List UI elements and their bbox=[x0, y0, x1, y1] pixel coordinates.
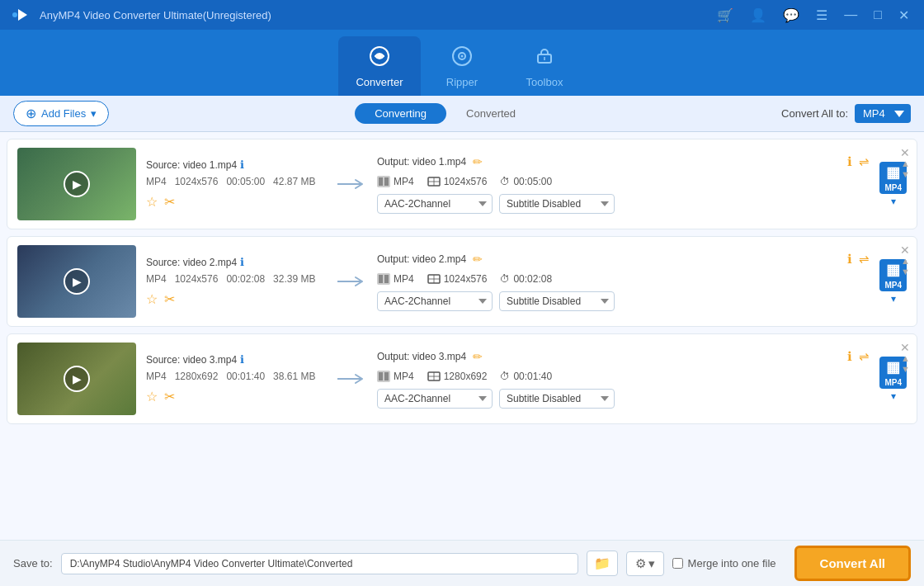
output-selects: AAC-2Channel AAC-Stereo MP3 Subtitle Dis… bbox=[377, 194, 870, 214]
add-files-arrow: ▾ bbox=[91, 107, 97, 120]
star-icon[interactable]: ☆ bbox=[146, 291, 158, 307]
item-close-button[interactable]: ✕ bbox=[900, 243, 910, 257]
edit-icon[interactable]: ✏ bbox=[473, 155, 483, 168]
move-up-button[interactable]: ▲ bbox=[901, 257, 910, 266]
merge-checkbox-label: Merge into one file bbox=[672, 557, 776, 569]
clock-icon: ⏱ bbox=[500, 176, 510, 187]
format-select[interactable]: MP4 MKV AVI MOV MP3 bbox=[855, 104, 911, 123]
move-up-button[interactable]: ▲ bbox=[901, 354, 910, 363]
svg-rect-11 bbox=[384, 177, 389, 186]
merge-checkbox[interactable] bbox=[672, 558, 683, 569]
add-files-label: Add Files bbox=[41, 107, 86, 120]
svg-rect-19 bbox=[384, 372, 389, 380]
close-button[interactable]: ✕ bbox=[893, 6, 914, 25]
item-close-button[interactable]: ✕ bbox=[900, 341, 910, 354]
file-meta: MP4 1280x692 00:01:40 38.61 MB bbox=[146, 371, 328, 382]
subtitle-select[interactable]: Subtitle Disabled Subtitle Enabled bbox=[499, 194, 615, 214]
cut-icon[interactable]: ✂ bbox=[164, 389, 175, 404]
output-duration: ⏱ 00:02:08 bbox=[500, 273, 552, 285]
file-thumbnail[interactable]: ▶ bbox=[17, 343, 136, 415]
output-info-icons: ℹ ⇌ bbox=[847, 349, 870, 364]
item-arrows: ▲ ▼ bbox=[901, 159, 910, 179]
file-list: ▶ Source: video 1.mp4 ℹ MP4 1024x576 00:… bbox=[0, 132, 924, 540]
tab-converting[interactable]: Converting bbox=[355, 103, 446, 124]
convert-all-button[interactable]: Convert All bbox=[794, 546, 911, 581]
tab-converted[interactable]: Converted bbox=[446, 103, 535, 124]
cart-icon[interactable]: 🛒 bbox=[712, 6, 738, 25]
info-icon[interactable]: ℹ bbox=[240, 353, 244, 366]
output-format: MP4 bbox=[377, 273, 414, 285]
file-actions: ☆ ✂ bbox=[146, 291, 328, 307]
output-specs: MP4 1024x576 ⏱ 00:05:00 bbox=[377, 176, 870, 187]
audio-select[interactable]: AAC-2Channel AAC-Stereo MP3 bbox=[377, 194, 493, 214]
play-button[interactable]: ▶ bbox=[64, 171, 90, 197]
subtitle-select[interactable]: Subtitle Disabled Subtitle Enabled bbox=[499, 389, 615, 409]
folder-button[interactable]: 📁 bbox=[587, 551, 618, 576]
main-content: ▶ Source: video 1.mp4 ℹ MP4 1024x576 00:… bbox=[0, 132, 924, 540]
arrow-separator bbox=[337, 275, 367, 288]
output-selects: AAC-2Channel AAC-Stereo MP3 Subtitle Dis… bbox=[377, 291, 870, 311]
star-icon[interactable]: ☆ bbox=[146, 194, 158, 210]
output-name: Output: video 3.mp4 bbox=[377, 351, 466, 362]
file-meta: MP4 1024x576 00:02:08 32.39 MB bbox=[146, 273, 328, 285]
tab-toolbox[interactable]: Toolbox bbox=[503, 36, 586, 96]
tab-ripper[interactable]: Ripper bbox=[421, 36, 503, 96]
output-format: MP4 bbox=[377, 371, 414, 382]
save-path-input[interactable] bbox=[61, 553, 578, 574]
subtitle-select[interactable]: Subtitle Disabled Subtitle Enabled bbox=[499, 291, 615, 311]
tab-converter[interactable]: Converter bbox=[338, 36, 421, 96]
settings-button[interactable]: ⚙ ▾ bbox=[626, 551, 664, 576]
output-info-icon[interactable]: ℹ bbox=[847, 349, 852, 364]
info-icon[interactable]: ℹ bbox=[240, 158, 244, 171]
edit-icon[interactable]: ✏ bbox=[473, 253, 483, 266]
badge-dropdown[interactable]: ▾ bbox=[891, 196, 896, 207]
item-close-button[interactable]: ✕ bbox=[900, 146, 910, 159]
item-arrows: ▲ ▼ bbox=[901, 257, 910, 276]
output-name: Output: video 2.mp4 bbox=[377, 253, 466, 265]
star-icon[interactable]: ☆ bbox=[146, 389, 158, 404]
add-files-button[interactable]: ⊕ Add Files ▾ bbox=[13, 101, 109, 126]
clock-icon: ⏱ bbox=[500, 273, 510, 285]
file-item: ▶ Source: video 2.mp4 ℹ MP4 1024x576 00:… bbox=[7, 236, 917, 327]
ripper-icon bbox=[450, 45, 474, 73]
clock-icon: ⏱ bbox=[500, 371, 510, 382]
move-down-button[interactable]: ▼ bbox=[901, 267, 910, 276]
output-specs: MP4 1024x576 ⏱ 00:02:08 bbox=[377, 273, 870, 285]
output-info-icon[interactable]: ℹ bbox=[847, 154, 852, 169]
file-info: Source: video 1.mp4 ℹ MP4 1024x576 00:05… bbox=[146, 158, 328, 210]
merge-label: Merge into one file bbox=[688, 557, 776, 569]
chat-icon[interactable]: 💬 bbox=[778, 6, 804, 25]
output-info-icons: ℹ ⇌ bbox=[847, 252, 870, 267]
toolbar: ⊕ Add Files ▾ Converting Converted Conve… bbox=[0, 96, 924, 132]
file-thumbnail[interactable]: ▶ bbox=[17, 245, 136, 318]
file-meta: MP4 1024x576 00:05:00 42.87 MB bbox=[146, 176, 328, 187]
audio-select[interactable]: AAC-2Channel AAC-Stereo MP3 bbox=[377, 291, 493, 311]
minimize-button[interactable]: — bbox=[839, 6, 862, 24]
output-settings-icon[interactable]: ⇌ bbox=[859, 154, 870, 169]
info-icon[interactable]: ℹ bbox=[240, 256, 244, 268]
badge-dropdown[interactable]: ▾ bbox=[891, 390, 896, 402]
menu-icon[interactable]: ☰ bbox=[811, 6, 832, 25]
output-header: Output: video 3.mp4 ✏ ℹ ⇌ bbox=[377, 349, 870, 364]
move-down-button[interactable]: ▼ bbox=[901, 170, 910, 179]
output-name: Output: video 1.mp4 bbox=[377, 156, 466, 168]
converter-icon bbox=[368, 45, 391, 73]
window-controls: 🛒 👤 💬 ☰ — □ ✕ bbox=[712, 6, 914, 25]
play-button[interactable]: ▶ bbox=[64, 366, 90, 392]
maximize-button[interactable]: □ bbox=[869, 6, 887, 24]
audio-select[interactable]: AAC-2Channel AAC-Stereo MP3 bbox=[377, 389, 493, 409]
move-up-button[interactable]: ▲ bbox=[901, 159, 910, 168]
play-button[interactable]: ▶ bbox=[64, 268, 90, 295]
output-info-icon[interactable]: ℹ bbox=[847, 252, 852, 267]
cut-icon[interactable]: ✂ bbox=[164, 291, 175, 307]
output-settings-icon[interactable]: ⇌ bbox=[859, 349, 870, 364]
account-icon[interactable]: 👤 bbox=[745, 6, 771, 25]
file-thumbnail[interactable]: ▶ bbox=[17, 148, 136, 220]
move-down-button[interactable]: ▼ bbox=[901, 365, 910, 374]
badge-dropdown[interactable]: ▾ bbox=[891, 293, 896, 305]
cut-icon[interactable]: ✂ bbox=[164, 194, 175, 210]
svg-rect-18 bbox=[379, 372, 383, 380]
edit-icon[interactable]: ✏ bbox=[473, 350, 483, 363]
output-settings-icon[interactable]: ⇌ bbox=[859, 252, 870, 267]
arrow-separator bbox=[337, 372, 367, 385]
